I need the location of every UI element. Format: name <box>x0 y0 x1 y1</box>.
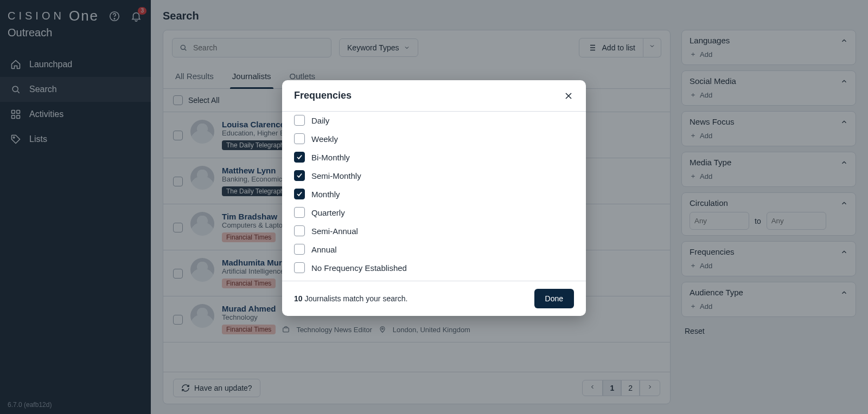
checkbox[interactable] <box>294 207 305 218</box>
frequency-option-label: Bi-Monthly <box>311 153 350 162</box>
modal-title: Frequencies <box>294 90 352 101</box>
frequency-option[interactable]: Quarterly <box>294 207 574 218</box>
frequency-option[interactable]: Bi-Monthly <box>294 152 574 163</box>
frequencies-modal: Frequencies Daily Weekly Bi-Monthly Semi… <box>282 80 586 316</box>
modal-overlay[interactable]: Frequencies Daily Weekly Bi-Monthly Semi… <box>0 0 868 414</box>
close-icon[interactable] <box>563 90 574 101</box>
frequency-option-label: Semi-Annual <box>311 227 358 236</box>
frequency-option[interactable]: Daily <box>294 115 574 126</box>
frequency-option-label: Weekly <box>311 134 338 144</box>
checkbox[interactable] <box>294 262 305 273</box>
frequency-option[interactable]: Annual <box>294 244 574 255</box>
frequency-option-label: Monthly <box>311 190 340 199</box>
frequency-option-label: Semi-Monthly <box>311 171 361 180</box>
done-button[interactable]: Done <box>534 289 574 308</box>
frequency-option-label: Daily <box>311 116 329 125</box>
frequency-option-label: Quarterly <box>311 208 345 217</box>
checkbox[interactable] <box>294 152 305 163</box>
frequency-option[interactable]: Semi-Annual <box>294 225 574 236</box>
modal-options: Daily Weekly Bi-Monthly Semi-Monthly Mon… <box>282 111 586 281</box>
checkbox[interactable] <box>294 189 305 199</box>
frequency-option-label: Annual <box>311 245 337 254</box>
checkbox[interactable] <box>294 225 305 236</box>
match-count-suffix: Journalists match your search. <box>304 294 407 303</box>
frequency-option[interactable]: No Frequency Established <box>294 262 574 273</box>
frequency-option-label: No Frequency Established <box>311 263 407 273</box>
checkbox[interactable] <box>294 133 305 144</box>
checkbox[interactable] <box>294 244 305 255</box>
checkbox[interactable] <box>294 115 305 126</box>
match-count-number: 10 <box>294 294 303 303</box>
frequency-option[interactable]: Semi-Monthly <box>294 170 574 181</box>
frequency-option[interactable]: Weekly <box>294 133 574 144</box>
checkbox[interactable] <box>294 170 305 181</box>
match-count: 10 Journalists match your search. <box>294 294 407 303</box>
frequency-option[interactable]: Monthly <box>294 189 574 199</box>
